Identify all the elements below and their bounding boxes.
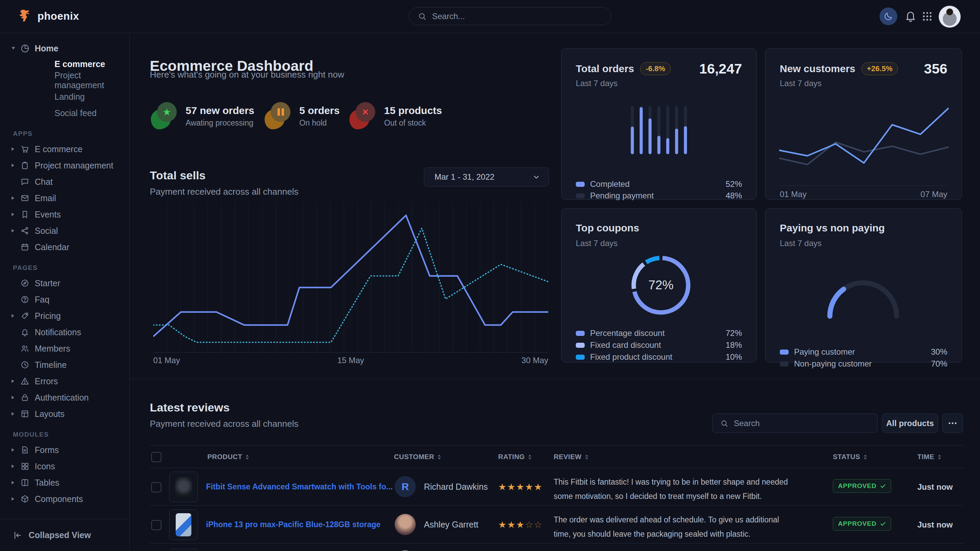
table-row-partial (150, 543, 964, 551)
chevron-right-icon (11, 229, 21, 232)
sidebar-item-label: Errors (35, 376, 58, 386)
select-all-checkbox[interactable] (151, 452, 161, 462)
sidebar-item-label: Email (35, 193, 56, 203)
collapse-sidebar-button[interactable]: Collapsed View (0, 519, 129, 551)
sidebar-item-notifications[interactable]: Notifications (0, 324, 129, 340)
sidebar-item-starter[interactable]: Starter (0, 275, 129, 291)
user-avatar[interactable] (939, 5, 961, 28)
column-label: TIME (917, 453, 934, 461)
moon-icon (884, 11, 893, 21)
sidebar-item-label: Pricing (35, 311, 60, 321)
sidebar-item-layouts[interactable]: Layouts (0, 406, 129, 422)
row-checkbox[interactable] (151, 520, 161, 530)
sidebar-item-label: Project management (35, 160, 113, 170)
search-icon (720, 419, 729, 427)
theme-toggle-button[interactable] (880, 8, 897, 25)
top-coupons-card: Top coupons Last 7 days 72% Percentage d… (561, 208, 757, 362)
new-customers-value: 356 (924, 61, 947, 77)
sidebar-item-tables[interactable]: Tables (0, 475, 129, 491)
section-divider (130, 379, 980, 379)
search-placeholder: Search (734, 419, 760, 428)
brand-logo[interactable]: phoenix (18, 0, 79, 33)
reviews-table: PRODUCT CUSTOMER RATING REVIEW STATUS TI… (150, 445, 964, 551)
phoenix-logo-icon (18, 9, 33, 24)
sidebar-item-authentication[interactable]: Authentication (0, 389, 129, 406)
sidebar-item-faq[interactable]: Faq (0, 291, 129, 308)
sidebar-item-members[interactable]: Members (0, 340, 129, 357)
x-tick: 07 May (920, 190, 947, 199)
apps-menu-button[interactable] (921, 11, 933, 22)
tag-icon (21, 311, 35, 320)
column-header-status[interactable]: STATUS (833, 453, 868, 461)
sidebar-item-social-feed[interactable]: Social feed (0, 105, 129, 121)
sidebar-item-errors[interactable]: Errors (0, 373, 129, 389)
product-thumbnail-fitbit[interactable] (169, 472, 198, 502)
sidebar-group-home[interactable]: Home (0, 41, 129, 56)
calendar-icon (21, 243, 35, 251)
sort-icon (937, 454, 942, 460)
column-label: STATUS (833, 453, 860, 461)
chevron-right-icon (11, 465, 21, 468)
new-customers-card: New customers +26.5% Last 7 days 356 01 … (765, 48, 962, 200)
customer-cell: Ashley Garrett (395, 514, 479, 535)
sidebar-item-project-management[interactable]: Project management (0, 157, 129, 173)
card-period: Last 7 days (780, 79, 822, 88)
sidebar-item-label: Starter (35, 278, 60, 288)
sidebar-item-social[interactable]: Social (0, 222, 129, 239)
row-checkbox[interactable] (151, 482, 161, 492)
chevron-down-icon (11, 47, 21, 50)
lock-icon (21, 393, 35, 402)
stat-headline: 5 orders (299, 105, 339, 116)
column-header-review[interactable]: REVIEW (554, 453, 589, 461)
chevron-right-icon (11, 148, 21, 151)
product-thumbnail-iphone[interactable] (169, 510, 198, 540)
sidebar-item-ecommerce[interactable]: E commerce (0, 141, 129, 157)
rating-stars: ★★★★★ (498, 481, 543, 492)
users-icon (21, 344, 35, 353)
all-products-button[interactable]: All products (882, 413, 938, 433)
sidebar-item-label: Timeline (35, 360, 67, 370)
product-thumbnail[interactable] (169, 549, 198, 551)
sidebar-item-events[interactable]: Events (0, 206, 129, 222)
column-header-rating[interactable]: RATING (498, 453, 532, 461)
sidebar-item-ecommerce-dashboard[interactable]: E commerce (0, 56, 129, 72)
reviews-search-input[interactable]: Search (712, 413, 878, 433)
latest-reviews-title: Latest reviews (150, 401, 229, 414)
total-sells-x-axis: 01 May 15 May 30 May (153, 356, 548, 365)
global-search-input[interactable]: Search... (409, 7, 612, 25)
sidebar-item-landing[interactable]: Landing (0, 89, 129, 105)
column-header-product[interactable]: PRODUCT (207, 453, 250, 461)
column-label: PRODUCT (207, 453, 242, 461)
column-header-time[interactable]: TIME (917, 453, 942, 461)
legend-pending: Pending payment 48% (576, 191, 742, 200)
status-badge-approved: APPROVED (833, 517, 891, 530)
product-link[interactable]: iPhone 13 pro max-Pacific Blue-128GB sto… (206, 520, 381, 529)
sidebar-item-chat[interactable]: Chat (0, 173, 129, 190)
review-time: Just now (917, 520, 953, 530)
sidebar-item-email[interactable]: Email (0, 190, 129, 206)
chevron-right-icon (11, 396, 21, 399)
sidebar-item-pricing[interactable]: Pricing (0, 308, 129, 324)
sidebar-item-label: Home (35, 44, 58, 54)
sidebar-item-calendar[interactable]: Calendar (0, 239, 129, 255)
stat-caption: Awating processing (186, 118, 255, 128)
reviews-more-button[interactable] (942, 413, 963, 433)
sidebar-item-forms[interactable]: Forms (0, 442, 129, 458)
legend-fixed-product-discount: Fixed product discount 10% (576, 352, 742, 362)
column-header-customer[interactable]: CUSTOMER (394, 453, 442, 461)
sidebar-item-label: Forms (35, 445, 59, 455)
chevron-right-icon (11, 196, 21, 200)
sort-icon (437, 454, 442, 460)
sidebar-section-pages: PAGES (13, 264, 129, 272)
review-text: The order was delivered ahead of schedul… (554, 513, 792, 541)
notifications-button[interactable] (904, 10, 917, 22)
button-label: All products (886, 419, 934, 428)
sidebar-item-icons[interactable]: Icons (0, 458, 129, 475)
mail-icon (21, 194, 35, 203)
sidebar-item-label: Members (35, 344, 70, 354)
sidebar-item-components[interactable]: Components (0, 491, 129, 507)
date-range-select[interactable]: Mar 1 - 31, 2022 (424, 167, 549, 186)
sidebar-item-timeline[interactable]: Timeline (0, 357, 129, 373)
product-link[interactable]: Fitbit Sense Advanced Smartwatch with To… (206, 482, 393, 491)
sidebar-item-project-management-dashboard[interactable]: Project management (0, 72, 129, 89)
